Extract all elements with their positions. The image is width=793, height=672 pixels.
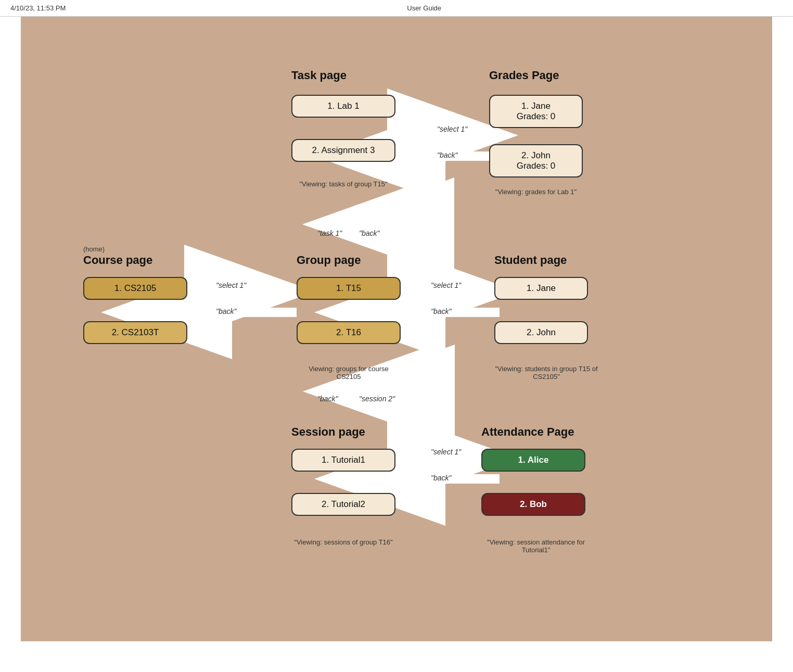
student-page-title: Student page <box>494 253 567 267</box>
course-page-title: Course page <box>83 253 152 267</box>
grades-item-2: 2. JohnGrades: 0 <box>489 144 583 177</box>
student-item-1: 1. Jane <box>494 277 588 300</box>
session-caption: "Viewing: sessions of group T16" <box>291 538 395 546</box>
student-page-title-container: Student page <box>494 253 567 267</box>
session-item-1: 1. Tutorial1 <box>291 449 395 472</box>
group-task-back-label: "back" <box>359 229 380 237</box>
diagram-container: Task page 1. Lab 1 2. Assignment 3 "View… <box>42 37 751 620</box>
grades-page-title-container: Grades Page <box>489 69 559 82</box>
task-page-title: Task page <box>291 69 347 82</box>
task-grades-forward-label: "select 1" <box>437 125 467 133</box>
task-item-2: 2. Assignment 3 <box>291 139 395 162</box>
task-caption: "Viewing: tasks of group T15" <box>291 180 395 188</box>
group-page-title: Group page <box>297 253 361 267</box>
group-item-1: 1. T15 <box>297 277 401 300</box>
group-session-forward-label: "session 2" <box>359 395 395 403</box>
attendance-page-title-container: Attendance Page <box>481 425 574 439</box>
group-item-2: 2. T16 <box>297 321 401 344</box>
course-page-home: (home) <box>83 245 105 253</box>
grades-caption: "Viewing: grades for Lab 1" <box>489 188 583 196</box>
course-item-1: 1. CS2105 <box>83 277 187 300</box>
attendance-item-1: 1. Alice <box>481 449 585 472</box>
session-attendance-back-label: "back" <box>431 474 452 482</box>
group-student-forward-label: "select 1" <box>431 281 461 289</box>
student-item-2: 2. John <box>494 321 588 344</box>
task-page-title-container: Task page <box>291 69 347 82</box>
group-session-back-label: "back" <box>317 395 338 403</box>
session-item-2: 2. Tutorial2 <box>291 493 395 516</box>
group-task-forward-label: "task 1" <box>317 229 342 237</box>
course-page-title-container: Course page <box>83 253 152 267</box>
session-attendance-forward-label: "select 1" <box>431 448 461 456</box>
grades-item-1: 1. JaneGrades: 0 <box>489 95 583 128</box>
task-grades-back-label: "back" <box>437 151 458 159</box>
group-student-back-label: "back" <box>431 307 452 315</box>
student-caption: "Viewing: students in group T15 of CS210… <box>494 365 598 381</box>
course-group-back-label: "back" <box>216 307 237 315</box>
datetime: 4/10/23, 11:53 PM <box>10 4 66 12</box>
attendance-item-2: 2. Bob <box>481 493 585 516</box>
group-page-title-container: Group page <box>297 253 361 267</box>
grades-page-title: Grades Page <box>489 69 559 82</box>
group-caption: Viewing: groups for course CS2105 <box>297 365 401 381</box>
session-page-title: Session page <box>291 425 365 439</box>
course-item-2: 2. CS2103T <box>83 321 187 344</box>
course-group-forward-label: "select 1" <box>216 281 246 289</box>
attendance-caption: "Viewing: session attendance for Tutoria… <box>481 538 591 554</box>
main-canvas: Task page 1. Lab 1 2. Assignment 3 "View… <box>21 17 772 641</box>
course-page-subtitle-container: (home) <box>83 243 105 253</box>
status-bar: 4/10/23, 11:53 PM User Guide <box>0 0 793 17</box>
page-title: User Guide <box>407 4 441 12</box>
task-item-1: 1. Lab 1 <box>291 95 395 118</box>
session-page-title-container: Session page <box>291 425 365 439</box>
attendance-page-title: Attendance Page <box>481 425 574 439</box>
